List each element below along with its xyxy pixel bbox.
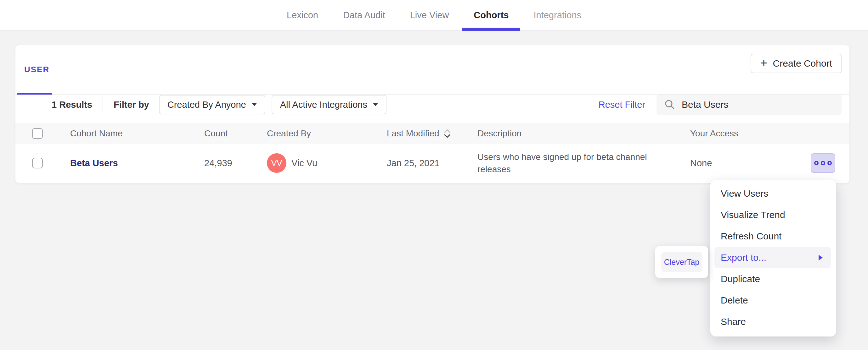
- nav-item-data-audit[interactable]: Data Audit: [343, 0, 385, 30]
- avatar: VV: [267, 153, 286, 173]
- more-options-button[interactable]: [811, 153, 835, 173]
- menu-item-share[interactable]: Share: [710, 311, 836, 332]
- caret-down-icon: [252, 103, 257, 106]
- filter-bar: 1 Results Filter by Created By Anyone Al…: [16, 95, 849, 123]
- search-box[interactable]: [656, 94, 842, 115]
- cohorts-card: USER + Create Cohort 1 Results Filter by…: [15, 45, 850, 183]
- tab-strip: USER + Create Cohort: [16, 45, 849, 95]
- header-last-modified[interactable]: Last Modified: [387, 129, 477, 139]
- more-options-icon: [814, 161, 818, 165]
- results-count: 1 Results: [52, 100, 92, 110]
- created-by-cell: VV Vic Vu: [267, 153, 387, 173]
- filter-by-label: Filter by: [114, 100, 149, 110]
- table-row: Beta Users 24,939 VV Vic Vu Jan 25, 2021…: [16, 144, 849, 182]
- sort-icon[interactable]: [444, 129, 451, 139]
- nav-item-integrations[interactable]: Integrations: [534, 0, 582, 30]
- top-nav: Lexicon Data Audit Live View Cohorts Int…: [0, 0, 868, 31]
- menu-item-visualize-trend[interactable]: Visualize Trend: [710, 204, 836, 225]
- header-cohort-name[interactable]: Cohort Name: [70, 129, 204, 139]
- description-value: Users who have signed up for beta channe…: [477, 151, 666, 175]
- integrations-dropdown-label: All Active Integrations: [280, 100, 367, 110]
- caret-down-icon: [373, 103, 378, 106]
- header-description[interactable]: Description: [477, 129, 690, 139]
- last-modified-value: Jan 25, 2021: [387, 158, 477, 168]
- nav-item-cohorts[interactable]: Cohorts: [474, 0, 508, 30]
- header-created-by[interactable]: Created By: [267, 129, 387, 139]
- cohort-name-link[interactable]: Beta Users: [70, 158, 204, 168]
- actions-cell: [797, 153, 849, 173]
- access-value: None: [690, 158, 797, 168]
- cohort-count: 24,939: [204, 158, 267, 168]
- select-all-checkbox[interactable]: [32, 128, 43, 139]
- reset-filter-link[interactable]: Reset Filter: [598, 100, 645, 110]
- create-cohort-button[interactable]: + Create Cohort: [751, 54, 842, 73]
- tab-user[interactable]: USER: [24, 65, 50, 74]
- search-icon: [664, 99, 675, 110]
- menu-item-duplicate[interactable]: Duplicate: [710, 268, 836, 290]
- filter-divider: [102, 96, 103, 113]
- row-checkbox[interactable]: [32, 158, 43, 168]
- nav-item-lexicon[interactable]: Lexicon: [287, 0, 318, 30]
- submenu-item-clevertap[interactable]: CleverTap: [661, 252, 702, 272]
- menu-item-refresh-count[interactable]: Refresh Count: [710, 225, 836, 247]
- more-options-icon: [821, 161, 825, 165]
- integrations-dropdown[interactable]: All Active Integrations: [272, 95, 386, 114]
- menu-item-view-users[interactable]: View Users: [710, 183, 836, 204]
- created-by-name: Vic Vu: [291, 158, 317, 168]
- tab-active-underline: [17, 93, 52, 95]
- header-your-access[interactable]: Your Access: [690, 129, 797, 139]
- header-last-modified-label: Last Modified: [387, 129, 439, 139]
- created-by-dropdown[interactable]: Created By Anyone: [159, 95, 265, 114]
- row-context-menu: View Users Visualize Trend Refresh Count…: [710, 180, 836, 337]
- nav-item-live-view[interactable]: Live View: [410, 0, 449, 30]
- create-cohort-label: Create Cohort: [773, 58, 832, 69]
- plus-icon: +: [760, 57, 767, 69]
- search-input[interactable]: [682, 99, 834, 110]
- more-options-icon: [828, 161, 832, 165]
- export-submenu: CleverTap: [655, 246, 708, 278]
- submenu-arrow-icon: [818, 255, 823, 260]
- menu-item-export-to[interactable]: Export to...: [714, 247, 831, 268]
- menu-item-export-to-label: Export to...: [721, 252, 766, 263]
- menu-item-delete[interactable]: Delete: [710, 290, 836, 311]
- table-header: Cohort Name Count Created By Last Modifi…: [16, 123, 849, 144]
- header-count[interactable]: Count: [204, 129, 267, 139]
- created-by-dropdown-label: Created By Anyone: [167, 100, 246, 110]
